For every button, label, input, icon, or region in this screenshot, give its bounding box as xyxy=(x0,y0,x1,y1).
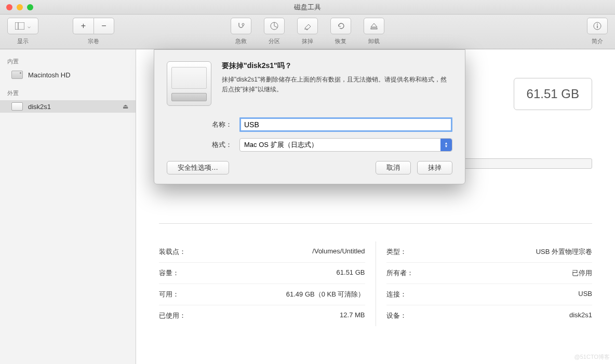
info-value: USB xyxy=(578,290,592,299)
toolbar-label: 分区 xyxy=(269,37,280,45)
sidebar-item-label: disk2s1 xyxy=(28,103,51,111)
erase-confirm-button[interactable]: 抹掉 xyxy=(417,161,452,174)
info-row: 所有者：已停用 xyxy=(386,263,593,284)
info-key: 连接： xyxy=(386,290,407,299)
pie-icon xyxy=(270,21,279,31)
divider xyxy=(159,223,592,224)
info-row: 连接：USB xyxy=(386,284,593,305)
info-row: 可用：61.49 GB（0 KB 可清除） xyxy=(159,284,365,305)
info-key: 可用： xyxy=(159,290,179,299)
drive-image-icon xyxy=(167,61,211,106)
info-key: 所有者： xyxy=(386,268,413,278)
info-icon xyxy=(593,21,602,31)
eject-icon xyxy=(369,21,379,31)
toolbar: ⌵ 显示 + − 宗卷 急救 分区 抹掉 xyxy=(0,15,615,49)
sidebar-item-external-disk[interactable]: disk2s1 ⏏ xyxy=(0,100,136,113)
view-mode-button[interactable]: ⌵ xyxy=(7,18,38,34)
info-grid: 装载点：/Volumes/Untitled容量：61.51 GB可用：61.49… xyxy=(159,241,592,326)
eraser-icon xyxy=(303,21,312,31)
toolbar-label: 宗卷 xyxy=(88,37,99,45)
info-key: 类型： xyxy=(386,247,407,257)
sidebar: 内置 Macintosh HD 外置 disk2s1 ⏏ xyxy=(0,49,136,364)
info-key: 容量： xyxy=(159,268,179,278)
capacity-box: 61.51 GB xyxy=(514,78,592,110)
info-row: 装载点：/Volumes/Untitled xyxy=(159,241,365,263)
info-value: 已停用 xyxy=(572,268,592,278)
info-value: USB 外置物理宗卷 xyxy=(536,247,592,257)
name-label: 名称： xyxy=(203,120,239,129)
firstaid-button[interactable] xyxy=(231,18,251,34)
window-title: 磁盘工具 xyxy=(0,3,615,12)
info-value: 12.7 MB xyxy=(340,311,365,320)
svg-rect-5 xyxy=(371,28,377,29)
sidebar-item-internal-hd[interactable]: Macintosh HD xyxy=(0,69,136,81)
unmount-button[interactable] xyxy=(364,18,384,34)
svg-rect-0 xyxy=(15,22,24,30)
remove-volume-button[interactable]: − xyxy=(93,18,114,34)
external-disk-icon xyxy=(11,102,23,111)
info-value: /Volumes/Untitled xyxy=(312,247,365,257)
toolbar-label: 简介 xyxy=(592,37,603,45)
security-options-button[interactable]: 安全性选项… xyxy=(167,161,229,174)
titlebar: 磁盘工具 xyxy=(0,0,615,15)
toolbar-label: 抹掉 xyxy=(302,37,313,45)
eject-icon[interactable]: ⏏ xyxy=(123,103,128,110)
format-select[interactable]: Mac OS 扩展（日志式） ▲▼ xyxy=(239,138,452,152)
partition-button[interactable] xyxy=(264,18,285,34)
info-key: 装载点： xyxy=(159,247,186,257)
info-row: 类型：USB 外置物理宗卷 xyxy=(386,241,593,263)
info-value: 61.49 GB（0 KB 可清除） xyxy=(286,290,365,299)
toolbar-label: 卸载 xyxy=(368,37,380,45)
dialog-title: 要抹掉"disk2s1"吗？ xyxy=(222,61,452,71)
toolbar-label: 显示 xyxy=(17,37,29,45)
dialog-description: 抹掉"disk2s1"将删除储存在上面的所有数据，且无法撤销。请提供名称和格式，… xyxy=(222,75,452,95)
restore-button[interactable] xyxy=(330,18,351,34)
format-label: 格式： xyxy=(203,140,239,150)
info-row: 已使用：12.7 MB xyxy=(159,305,365,326)
info-key: 已使用： xyxy=(159,311,186,320)
cancel-button[interactable]: 取消 xyxy=(376,161,411,174)
info-key: 设备： xyxy=(386,311,407,320)
sidebar-section-external: 外置 xyxy=(0,86,136,100)
toolbar-label: 恢复 xyxy=(335,37,346,45)
sidebar-section-internal: 内置 xyxy=(0,55,136,69)
format-select-value: Mac OS 扩展（日志式） xyxy=(244,140,318,150)
toolbar-label: 急救 xyxy=(235,37,247,45)
sidebar-layout-icon xyxy=(15,22,24,30)
svg-point-2 xyxy=(242,23,244,25)
svg-point-7 xyxy=(597,24,598,25)
erase-button[interactable] xyxy=(297,18,318,34)
select-arrows-icon: ▲▼ xyxy=(440,139,452,151)
sidebar-item-label: Macintosh HD xyxy=(28,71,71,79)
name-input[interactable] xyxy=(239,117,452,132)
info-button[interactable] xyxy=(587,18,608,34)
info-row: 设备：disk2s1 xyxy=(386,305,593,326)
info-row: 容量：61.51 GB xyxy=(159,263,365,284)
restore-icon xyxy=(336,21,345,31)
info-value: 61.51 GB xyxy=(337,268,365,278)
add-volume-button[interactable]: + xyxy=(73,18,93,34)
hdd-icon xyxy=(11,71,23,79)
watermark: @51CTO博客 xyxy=(574,353,610,361)
info-value: disk2s1 xyxy=(569,311,592,320)
erase-dialog: 要抹掉"disk2s1"吗？ 抹掉"disk2s1"将删除储存在上面的所有数据，… xyxy=(154,49,465,184)
stethoscope-icon xyxy=(236,21,246,31)
